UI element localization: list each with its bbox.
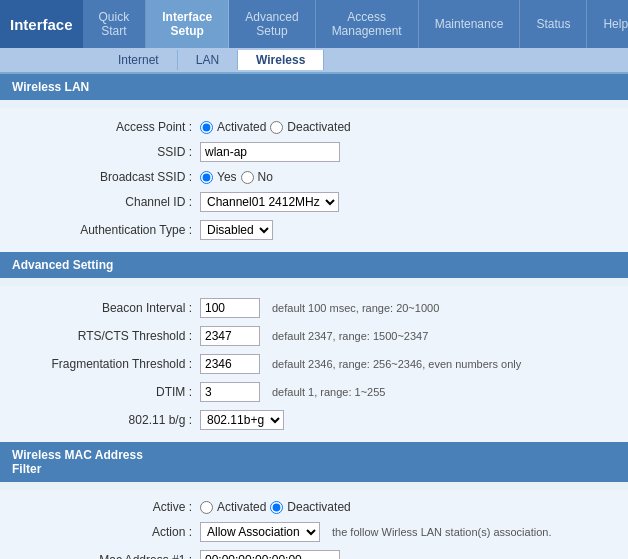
tab-quickstart[interactable]: QuickStart <box>83 0 147 48</box>
beacon-value: default 100 msec, range: 20~1000 <box>200 298 620 318</box>
frag-row: Fragmentation Threshold : default 2346, … <box>0 352 628 376</box>
tab-access-management[interactable]: AccessManagement <box>316 0 419 48</box>
rts-value: default 2347, range: 1500~2347 <box>200 326 620 346</box>
frag-input[interactable] <box>200 354 260 374</box>
tab-advanced-setup[interactable]: AdvancedSetup <box>229 0 315 48</box>
channel-row: Channel ID : Channel01 2412MHz Channel02… <box>0 190 628 214</box>
broadcast-no-radio[interactable] <box>241 171 254 184</box>
access-point-deactivated-radio[interactable] <box>270 121 283 134</box>
tab-interface-setup[interactable]: InterfaceSetup <box>146 0 229 48</box>
beacon-input[interactable] <box>200 298 260 318</box>
wireless-lan-header: Wireless LAN <box>0 74 628 100</box>
frag-note: default 2346, range: 256~2346, even numb… <box>272 358 521 370</box>
mac-action-row: Action : Allow Association Deny Associat… <box>0 520 628 544</box>
mac-action-suffix: the follow Wirless LAN station(s) associ… <box>332 526 551 538</box>
mac-address-row-1: Mac Address #1 : <box>0 548 628 559</box>
beacon-label: Beacon Interval : <box>0 301 200 315</box>
access-point-value: Activated Deactivated <box>200 120 620 134</box>
advanced-setting-header: Advanced Setting <box>0 252 628 278</box>
broadcast-ssid-value: Yes No <box>200 170 620 184</box>
auth-type-select[interactable]: Disabled WEP WPA WPA2 <box>200 220 273 240</box>
channel-value: Channel01 2412MHz Channel02 2417MHz Chan… <box>200 192 620 212</box>
mac-active-value: Activated Deactivated <box>200 500 620 514</box>
top-nav: Interface QuickStart InterfaceSetup Adva… <box>0 0 628 48</box>
mac-deactivated-label[interactable]: Deactivated <box>287 500 350 514</box>
access-point-radio-group: Activated Deactivated <box>200 120 351 134</box>
access-point-deactivated-label[interactable]: Deactivated <box>287 120 350 134</box>
mac-active-row: Active : Activated Deactivated <box>0 498 628 516</box>
dtim-input[interactable] <box>200 382 260 402</box>
ssid-value <box>200 142 620 162</box>
broadcast-ssid-row: Broadcast SSID : Yes No <box>0 168 628 186</box>
dtim-row: DTIM : default 1, range: 1~255 <box>0 380 628 404</box>
broadcast-yes-radio[interactable] <box>200 171 213 184</box>
auth-type-label: Authentication Type : <box>0 223 200 237</box>
nav-logo: Interface <box>0 0 83 48</box>
rts-row: RTS/CTS Threshold : default 2347, range:… <box>0 324 628 348</box>
mode-row: 802.11 b/g : 802.11b+g 802.11b 802.11g <box>0 408 628 432</box>
mac-filter-header: Wireless MAC Address Filter <box>0 442 628 482</box>
mac-activated-radio[interactable] <box>200 501 213 514</box>
auth-type-row: Authentication Type : Disabled WEP WPA W… <box>0 218 628 242</box>
beacon-row: Beacon Interval : default 100 msec, rang… <box>0 296 628 320</box>
broadcast-yes-label[interactable]: Yes <box>217 170 237 184</box>
rts-note: default 2347, range: 1500~2347 <box>272 330 428 342</box>
dtim-label: DTIM : <box>0 385 200 399</box>
channel-select[interactable]: Channel01 2412MHz Channel02 2417MHz Chan… <box>200 192 339 212</box>
access-point-activated-radio[interactable] <box>200 121 213 134</box>
ssid-input[interactable] <box>200 142 340 162</box>
access-point-label: Access Point : <box>0 120 200 134</box>
mac-filter-form: Active : Activated Deactivated Action : … <box>0 490 628 559</box>
tab-status[interactable]: Status <box>520 0 587 48</box>
mac-action-select[interactable]: Allow Association Deny Association <box>200 522 320 542</box>
rts-input[interactable] <box>200 326 260 346</box>
mac-address-value-1 <box>200 550 620 559</box>
mode-value: 802.11b+g 802.11b 802.11g <box>200 410 620 430</box>
rts-label: RTS/CTS Threshold : <box>0 329 200 343</box>
access-point-row: Access Point : Activated Deactivated <box>0 118 628 136</box>
tab-help[interactable]: Help <box>587 0 628 48</box>
frag-value: default 2346, range: 256~2346, even numb… <box>200 354 620 374</box>
advanced-setting-form: Beacon Interval : default 100 msec, rang… <box>0 286 628 442</box>
frag-label: Fragmentation Threshold : <box>0 357 200 371</box>
wireless-lan-form: Access Point : Activated Deactivated SSI… <box>0 108 628 252</box>
mac-active-label: Active : <box>0 500 200 514</box>
sub-nav: Internet LAN Wireless <box>0 48 628 74</box>
subtab-internet[interactable]: Internet <box>100 50 178 70</box>
auth-type-value: Disabled WEP WPA WPA2 <box>200 220 620 240</box>
ssid-row: SSID : <box>0 140 628 164</box>
main-content: Wireless LAN Access Point : Activated De… <box>0 74 628 559</box>
dtim-value: default 1, range: 1~255 <box>200 382 620 402</box>
ssid-label: SSID : <box>0 145 200 159</box>
broadcast-radio-group: Yes No <box>200 170 273 184</box>
mode-select[interactable]: 802.11b+g 802.11b 802.11g <box>200 410 284 430</box>
tab-maintenance[interactable]: Maintenance <box>419 0 521 48</box>
subtab-wireless[interactable]: Wireless <box>238 50 324 70</box>
mac-addresses-list: Mac Address #1 :Mac Address #2 :Mac Addr… <box>0 548 628 559</box>
mac-active-radio-group: Activated Deactivated <box>200 500 351 514</box>
mac-address-label-1: Mac Address #1 : <box>0 553 200 559</box>
broadcast-no-label[interactable]: No <box>258 170 273 184</box>
mac-action-value: Allow Association Deny Association the f… <box>200 522 620 542</box>
nav-tabs: QuickStart InterfaceSetup AdvancedSetup … <box>83 0 628 48</box>
subtab-lan[interactable]: LAN <box>178 50 238 70</box>
mac-deactivated-radio[interactable] <box>270 501 283 514</box>
dtim-note: default 1, range: 1~255 <box>272 386 385 398</box>
mac-action-label: Action : <box>0 525 200 539</box>
mac-address-input-1[interactable] <box>200 550 340 559</box>
access-point-activated-label[interactable]: Activated <box>217 120 266 134</box>
mode-label: 802.11 b/g : <box>0 413 200 427</box>
channel-label: Channel ID : <box>0 195 200 209</box>
beacon-note: default 100 msec, range: 20~1000 <box>272 302 439 314</box>
broadcast-ssid-label: Broadcast SSID : <box>0 170 200 184</box>
mac-activated-label[interactable]: Activated <box>217 500 266 514</box>
